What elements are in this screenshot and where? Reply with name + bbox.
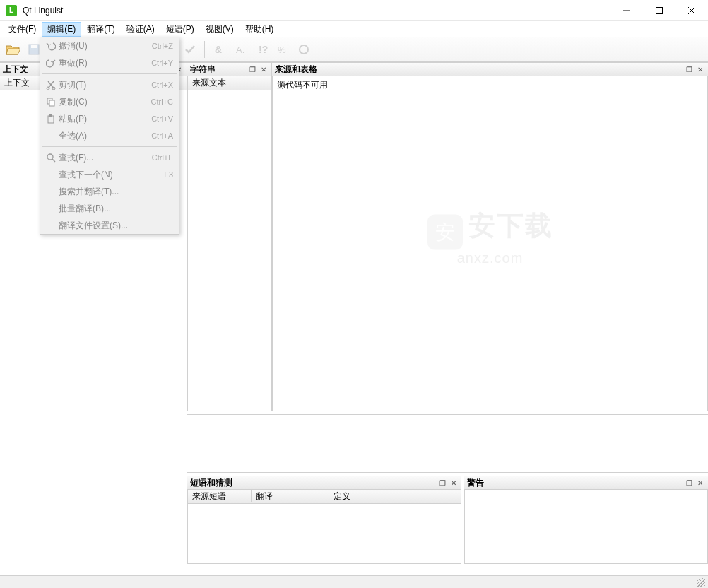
title-bar: L Qt Linguist	[0, 0, 708, 21]
menu-item-label: 复制(C)	[59, 96, 151, 108]
edit-menu-item: 撤消(U)Ctrl+Z	[40, 37, 179, 54]
window-title: Qt Linguist	[23, 6, 610, 16]
phrases-columns: 来源短语 翻译 定义	[188, 490, 461, 504]
edit-menu-item: 重做(R)Ctrl+Y	[40, 54, 179, 71]
strings-list[interactable]: 来源文本	[187, 76, 271, 411]
menu-item-label: 全选(A)	[59, 130, 151, 142]
strings-panel-title: 字符串	[190, 64, 246, 76]
dock-float-icon[interactable]: ❐	[247, 64, 257, 74]
menu-item-shortcut: Ctrl+Z	[152, 42, 173, 50]
toolbar-validate-button-4[interactable]: %	[273, 40, 293, 59]
toolbar-open-button[interactable]	[3, 40, 23, 59]
menu-item-shortcut: Ctrl+A	[151, 131, 173, 140]
edit-menu-dropdown: 撤消(U)Ctrl+Z重做(R)Ctrl+Y剪切(T)Ctrl+X复制(C)Ct…	[40, 37, 179, 235]
menu-item-label: 查找(F)...	[59, 152, 152, 164]
top-row: 字符串 ❐ ✕ 来源文本 来源和表格 ❐ ✕ 源代码不可用 安下载	[187, 62, 708, 411]
edit-menu-item: 查找下一个(N)F3	[40, 166, 179, 183]
menu-item-label: 重做(R)	[59, 57, 151, 69]
menu-item-shortcut: Ctrl+C	[151, 98, 173, 106]
edit-menu-item: 翻译文件设置(S)...	[40, 217, 179, 234]
menu-item-label: 搜索并翻译(T)...	[59, 186, 173, 198]
menu-item-shortcut: Ctrl+V	[151, 114, 173, 123]
menu-validate[interactable]: 验证(A)	[121, 22, 160, 37]
svg-text:%: %	[278, 45, 286, 55]
dock-close-icon[interactable]: ✕	[695, 64, 705, 74]
paste-icon	[43, 114, 59, 124]
app-icon: L	[6, 5, 17, 16]
menu-item-shortcut: Ctrl+X	[151, 81, 173, 89]
minimize-button[interactable]	[610, 0, 643, 21]
svg-text:!?: !?	[259, 44, 268, 55]
dock-close-icon[interactable]: ✕	[695, 478, 705, 488]
menu-view[interactable]: 视图(V)	[200, 22, 240, 37]
maximize-button[interactable]	[643, 0, 675, 21]
edit-menu-item: 剪切(T)Ctrl+X	[40, 76, 179, 93]
source-view: 源代码不可用 安下载 anxz.com	[272, 76, 708, 411]
dock-float-icon[interactable]: ❐	[684, 478, 694, 488]
source-panel-title: 来源和表格	[275, 64, 683, 76]
menu-item-label: 翻译文件设置(S)...	[59, 220, 173, 232]
dock-float-icon[interactable]: ❐	[684, 64, 694, 74]
edit-menu-item: 搜索并翻译(T)...	[40, 183, 179, 200]
right-area: 字符串 ❐ ✕ 来源文本 来源和表格 ❐ ✕ 源代码不可用 安下载	[187, 62, 708, 575]
bottom-row: 短语和猜测 ❐ ✕ 来源短语 翻译 定义 警告 ❐ ✕	[187, 476, 708, 564]
status-bar	[0, 575, 708, 588]
menu-item-shortcut: F3	[164, 170, 173, 179]
menu-separator	[42, 146, 177, 147]
cut-icon	[43, 80, 59, 90]
svg-text:A.: A.	[236, 45, 244, 55]
menu-phrases[interactable]: 短语(P)	[160, 22, 200, 37]
toolbar-separator	[204, 41, 205, 58]
toolbar-validate-button-3[interactable]: !?	[252, 40, 271, 59]
warnings-list[interactable]	[464, 490, 708, 564]
source-panel-header: 来源和表格 ❐ ✕	[272, 62, 708, 76]
menu-help[interactable]: 帮助(H)	[240, 22, 280, 37]
phrases-col-translation[interactable]: 翻译	[252, 490, 329, 502]
svg-rect-16	[49, 100, 54, 106]
menu-item-label: 粘贴(P)	[59, 113, 151, 125]
source-panel: 来源和表格 ❐ ✕ 源代码不可用 安下载 anxz.com	[272, 62, 708, 411]
phrases-col-definition[interactable]: 定义	[329, 490, 461, 502]
edit-menu-item: 查找(F)...Ctrl+F	[40, 149, 179, 166]
phrases-col-source[interactable]: 来源短语	[188, 490, 252, 502]
svg-rect-5	[31, 45, 37, 48]
copy-icon	[43, 97, 59, 107]
dock-close-icon[interactable]: ✕	[449, 478, 459, 488]
edit-menu-item: 全选(A)Ctrl+A	[40, 127, 179, 144]
source-unavailable-text: 源代码不可用	[273, 76, 707, 94]
toolbar-done-button[interactable]	[180, 40, 200, 59]
toolbar-validate-button-2[interactable]: A.	[230, 40, 250, 59]
menu-file[interactable]: 文件(F)	[3, 22, 42, 37]
svg-line-20	[52, 159, 55, 162]
menu-edit[interactable]: 编辑(E)	[42, 22, 81, 37]
edit-menu-item: 粘贴(P)Ctrl+V	[40, 110, 179, 127]
menu-item-label: 查找下一个(N)	[59, 169, 164, 181]
menu-item-label: 剪切(T)	[59, 79, 151, 91]
resize-grip-icon[interactable]	[697, 578, 705, 587]
phrases-table[interactable]: 来源短语 翻译 定义	[187, 490, 461, 564]
strings-panel: 字符串 ❐ ✕ 来源文本	[187, 62, 272, 411]
strings-panel-header: 字符串 ❐ ✕	[187, 62, 271, 76]
menu-item-label: 批量翻译(B)...	[59, 203, 173, 215]
toolbar-validate-button-5[interactable]	[294, 40, 314, 59]
toolbar-validate-button-1[interactable]: &	[209, 40, 229, 59]
svg-rect-18	[49, 114, 52, 117]
dock-float-icon[interactable]: ❐	[437, 478, 447, 488]
warnings-panel-title: 警告	[467, 477, 683, 489]
redo-icon	[43, 58, 59, 68]
menu-item-shortcut: Ctrl+Y	[151, 59, 173, 67]
strings-column-header[interactable]: 来源文本	[188, 76, 271, 90]
svg-point-12	[300, 45, 308, 54]
phrases-panel: 短语和猜测 ❐ ✕ 来源短语 翻译 定义	[187, 476, 461, 564]
undo-icon	[43, 41, 59, 51]
close-button[interactable]	[675, 0, 708, 21]
dock-close-icon[interactable]: ✕	[259, 64, 269, 74]
translation-editor[interactable]	[187, 414, 708, 473]
menu-separator	[42, 74, 177, 74]
menu-item-shortcut: Ctrl+F	[152, 153, 173, 162]
menu-bar: 文件(F) 编辑(E) 翻译(T) 验证(A) 短语(P) 视图(V) 帮助(H…	[0, 21, 708, 37]
watermark: 安下载 anxz.com	[427, 208, 553, 266]
menu-translate[interactable]: 翻译(T)	[81, 22, 120, 37]
svg-rect-1	[656, 7, 663, 13]
menu-item-label: 撤消(U)	[59, 40, 152, 52]
